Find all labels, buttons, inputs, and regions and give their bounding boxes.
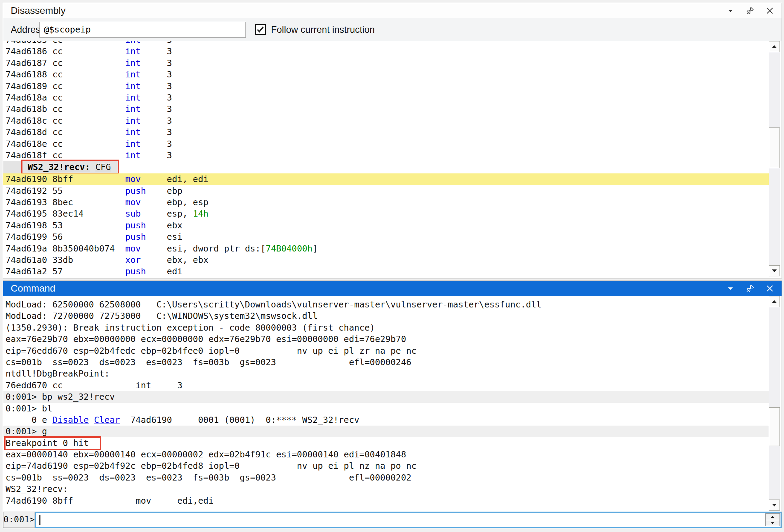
command-log: ModLoad: 62500000 62508000 C:\Users\scri… [3,296,782,511]
command-line: eip=76edd670 esp=02b4fedc ebp=02b4fee0 i… [3,345,769,357]
disasm-line: 74ad618d cc int 3 [3,126,769,138]
scroll-down-button[interactable] [769,500,780,511]
command-input[interactable] [35,512,782,528]
disasm-line: 74ad61a0 33db xor ebx, ebx [3,254,769,266]
command-input-row: 0:001> [3,512,782,528]
disasm-line: 74ad6186 cc int 3 [3,46,769,57]
disasm-line: 74ad6185 cc int 3 [3,41,769,46]
command-scrollbar[interactable] [769,296,780,511]
disasm-line: 74ad618a cc int 3 [3,92,769,103]
scroll-down-button[interactable] [769,265,780,276]
command-line: ModLoad: 62500000 62508000 C:\Users\scri… [3,299,769,310]
input-caret [39,515,40,525]
command-line: ModLoad: 72700000 72753000 C:\WINDOWS\sy… [3,310,769,322]
scroll-up-button[interactable] [769,41,780,52]
address-input[interactable]: @$scopeip [39,22,246,38]
follow-checkbox[interactable] [255,24,266,35]
command-prompt-label: 0:001> [3,512,35,528]
command-line: (1350.2930): Break instruction exception… [3,322,769,333]
scroll-down-icon [772,503,777,507]
breakpoint-hit-annotation [4,436,101,450]
symbol-label-row: WS2_32!recv:CFG [3,161,769,173]
command-line: WS2_32!recv: [3,483,769,495]
pin-icon[interactable] [746,7,754,15]
command-line: 76edd670 cc int 3 [3,380,769,391]
disasm-line: 74ad6198 53 push ebx [3,220,769,231]
chevron-down-icon[interactable] [726,7,735,15]
spinner-up-button[interactable] [766,514,780,520]
disasm-line: 74ad6190 8bff mov edi, edi [3,173,769,185]
command-line: 0 e Disable Clear 74ad6190 0001 (0001) 0… [3,414,769,426]
chevron-down-icon[interactable] [726,284,735,293]
command-panel: Command ModLoad: 62500000 62508000 C:\Us… [3,281,782,528]
disasm-line: 74ad618b cc int 3 [3,103,769,115]
clear-link[interactable]: Clear [94,415,120,425]
disassembly-content: 74ad6185 cc int 374ad6186 cc int 374ad61… [3,41,769,278]
panel-title: Command [11,281,55,296]
command-line: cs=001b ss=0023 ds=0023 es=0023 fs=003b … [3,472,769,483]
pin-icon[interactable] [746,284,754,293]
command-line: 0:001> bp ws2_32!recv [3,391,769,402]
disasm-line: 74ad6187 cc int 3 [3,57,769,69]
disasm-line: 74ad61a3 8b3d0440b074 mov edi, dword ptr… [3,277,769,278]
scroll-up-button[interactable] [769,296,780,307]
symbol-label: WS2_32!recv: [28,162,90,172]
disasm-line: 74ad618e cc int 3 [3,138,769,150]
close-icon[interactable] [766,284,774,293]
panel-title: Disassembly [11,3,66,18]
disassembly-toolbar: Address: @$scopeip Follow current instru… [3,18,782,41]
command-line: 0:001> g [3,426,769,437]
disassembly-titlebar: Disassembly [3,3,782,18]
spinner-up-icon [771,515,775,518]
scroll-up-icon [772,300,777,303]
disasm-line: 74ad61a2 57 push edi [3,266,769,277]
command-line: eip=74ad6190 esp=02b4f92c ebp=02b4fed8 i… [3,460,769,472]
windbg-window: { "colors": { "title_bar_blue": "#0f6cd6… [0,0,784,532]
scroll-thumb[interactable] [769,407,780,446]
scroll-up-icon [772,45,777,48]
scroll-down-icon [772,269,777,273]
command-line: eax=76e29b70 ebx=00000000 ecx=00000000 e… [3,333,769,345]
disasm-line: 74ad6189 cc int 3 [3,80,769,92]
command-line: 0:001> bl [3,403,769,414]
disassembly-scrollbar[interactable] [769,41,780,276]
input-spinner[interactable] [765,513,780,526]
disable-link[interactable]: Disable [52,415,88,425]
command-line: Breakpoint 0 hit [3,437,769,449]
command-line: ntdll!DbgBreakPoint: [3,368,769,379]
disasm-line: 74ad6195 83ec14 sub esp, 14h [3,208,769,219]
disasm-line: 74ad618f cc int 3 [3,150,769,161]
disasm-line: 74ad6193 8bec mov ebp, esp [3,197,769,208]
disasm-line: 74ad619a 8b350040b074 mov esi, dword ptr… [3,243,769,254]
disasm-line: 74ad6188 cc int 3 [3,69,769,80]
disasm-line: 74ad618c cc int 3 [3,115,769,126]
cfg-link[interactable]: CFG [95,162,111,172]
spinner-down-icon [771,522,775,524]
command-titlebar: Command [3,281,782,296]
disasm-line: 74ad6192 55 push ebp [3,185,769,197]
checkmark-icon [256,25,265,34]
disasm-line: 74ad6199 56 push esi [3,231,769,243]
close-icon[interactable] [766,7,774,15]
scroll-thumb[interactable] [769,127,780,168]
command-line: cs=001b ss=0023 ds=0023 es=0023 fs=003b … [3,357,769,368]
follow-label: Follow current instruction [271,18,375,41]
command-line: eax=00000140 ebx=00000140 ecx=00000002 e… [3,449,769,460]
spinner-down-button[interactable] [766,520,780,526]
disassembly-panel: Disassembly Address: @$scopeip Follow cu… [3,3,782,278]
command-line: 74ad6190 8bff mov edi,edi [3,495,769,506]
